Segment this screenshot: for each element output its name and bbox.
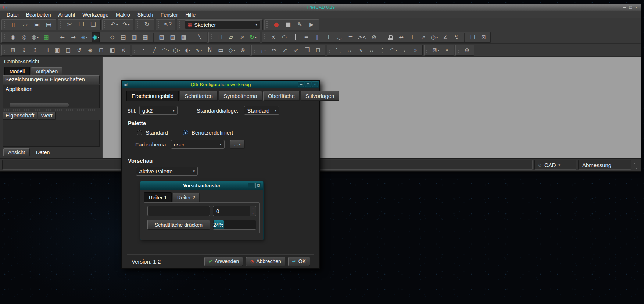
- fillet-icon[interactable]: ╭ ▾: [259, 46, 267, 55]
- tree-item-applikation[interactable]: Applikation: [3, 85, 99, 93]
- constraint-horizontal-distance-icon[interactable]: ↔ ▾: [397, 33, 405, 42]
- print-icon[interactable]: ▤ ▾: [44, 20, 53, 29]
- fit-all-icon[interactable]: ◉ ▾: [9, 33, 17, 42]
- create-conic-icon[interactable]: ◖ ▾: [184, 46, 192, 55]
- menu-makro[interactable]: Makro: [112, 11, 133, 18]
- constraint-symmetric-icon[interactable]: >< ▾: [358, 33, 367, 42]
- save-icon[interactable]: ▣ ▾: [33, 20, 41, 29]
- column-wert[interactable]: Wert: [38, 112, 55, 120]
- virtual-space-icon[interactable]: ⊠ ▾: [432, 46, 440, 55]
- preview-maximize-button[interactable]: ◻: [255, 183, 261, 188]
- reorient-sketch-icon[interactable]: ↺ ▾: [75, 46, 83, 55]
- constraint-angle-icon[interactable]: ∠ ▾: [441, 33, 449, 42]
- style-select[interactable]: gtk2 ▾: [139, 106, 178, 115]
- draw-style-icon[interactable]: ◍ ▾: [31, 33, 39, 42]
- tab-symbolthema[interactable]: Symbolthema: [219, 91, 262, 101]
- make-link-icon[interactable]: ⇗ ▾: [238, 33, 246, 42]
- bspline-knot-multiplicity-icon[interactable]: ∷ ▾: [368, 46, 375, 55]
- undo-icon[interactable]: ↶ ▾: [110, 20, 118, 29]
- macro-play-icon[interactable]: ▶ ▾: [307, 20, 316, 29]
- new-document-icon[interactable]: ▯ ▾: [9, 20, 18, 29]
- constraint-parallel-icon[interactable]: ∥ ▾: [314, 33, 321, 42]
- right-view-icon[interactable]: ▦ ▾: [142, 33, 149, 42]
- menu-hilfe[interactable]: Hilfe: [182, 11, 199, 18]
- preview-spinbox[interactable]: 0 ▴ ▾: [213, 206, 256, 216]
- menu-datei[interactable]: Datei: [3, 11, 22, 18]
- constraint-point-on-object-icon[interactable]: ◠ ▾: [280, 33, 288, 42]
- tab-reiter-1[interactable]: Reiter 1: [144, 192, 172, 202]
- tab-reiter-2[interactable]: Reiter 2: [173, 193, 200, 202]
- bspline-insert-knot-icon[interactable]: ∶ ▾: [401, 46, 408, 55]
- create-line-icon[interactable]: ╱ ▾: [151, 46, 158, 55]
- constraint-equal-icon[interactable]: = ▾: [347, 33, 354, 42]
- create-bspline-icon[interactable]: ∿ ▾: [195, 46, 203, 55]
- menu-sketch[interactable]: Sketch: [134, 11, 157, 18]
- navigation-style-selector[interactable]: ⊙ CAD ▾: [534, 160, 576, 170]
- colorscheme-select[interactable]: user ▾: [171, 140, 225, 149]
- sketcher-tools-icon[interactable]: ⊛ ▾: [463, 46, 471, 55]
- spin-up-icon[interactable]: ▴: [250, 206, 256, 211]
- toolbar-overflow-icon[interactable]: » ▾: [412, 46, 419, 55]
- palette-standard-radio[interactable]: [137, 130, 142, 135]
- measure-distance-icon[interactable]: ╲ ▾: [192, 33, 204, 42]
- bspline-control-weight-icon[interactable]: ⋮ ▾: [379, 46, 386, 55]
- bspline-curvature-comb-icon[interactable]: ∿ ▾: [357, 46, 364, 55]
- copy-icon[interactable]: ❐ ▾: [77, 20, 86, 29]
- macro-stop-icon[interactable]: ■ ▾: [284, 20, 292, 29]
- macro-edit-icon[interactable]: ✎ ▾: [296, 20, 304, 29]
- window-minimize-button[interactable]: ─: [623, 6, 626, 10]
- front-view-icon[interactable]: ▤ ▾: [119, 33, 127, 42]
- create-polyline-icon[interactable]: N ▾: [206, 46, 214, 55]
- tab-schriftarten[interactable]: Schriftarten: [180, 91, 218, 101]
- dialog-minimize-button[interactable]: ─: [298, 81, 304, 87]
- toggle-active-constraint-icon[interactable]: ⊠ ▾: [480, 33, 487, 42]
- palette-standard-label[interactable]: Standard: [146, 130, 168, 136]
- tab-oberflaeche[interactable]: Oberfläche: [263, 91, 300, 101]
- dialog-title-bar[interactable]: ▣ Qt5-Konfigurationswerkzeug ─□×: [122, 81, 319, 88]
- menu-bearbeiten[interactable]: Bearbeiten: [23, 11, 54, 18]
- edit-sketch-icon[interactable]: ❏ ▾: [42, 46, 50, 55]
- mirror-sketch-icon[interactable]: ◧ ▾: [108, 46, 116, 55]
- create-rectangle-icon[interactable]: ▭ ▾: [217, 46, 225, 55]
- create-circle-icon[interactable]: ○ ▾: [173, 46, 180, 55]
- refresh-icon[interactable]: ↻ ▾: [143, 20, 151, 29]
- view-sketch-icon[interactable]: ▣ ▾: [53, 46, 61, 55]
- palette-custom-radio[interactable]: [183, 130, 188, 135]
- constraint-radius-icon[interactable]: ◷ ▾: [430, 33, 438, 42]
- cancel-button[interactable]: ⊘ Abbrechen: [246, 257, 285, 266]
- macro-record-icon[interactable]: ● ▾: [272, 20, 280, 29]
- tree-horizontal-scrollbar[interactable]: [4, 103, 98, 107]
- preview-text-input[interactable]: [147, 206, 210, 216]
- tab-aufgaben[interactable]: Aufgaben: [31, 67, 62, 75]
- top-view-icon[interactable]: ▥ ▾: [130, 33, 138, 42]
- create-polygon-icon[interactable]: ◇ ▾: [228, 46, 236, 55]
- create-arc-icon[interactable]: ◠ ▾: [162, 46, 169, 55]
- menu-ansicht[interactable]: Ansicht: [55, 11, 78, 18]
- constraint-lock-icon[interactable]: ▾: [382, 33, 394, 42]
- carbon-copy-icon[interactable]: ❐ ▾: [303, 46, 311, 55]
- constraint-vertical-icon[interactable]: ┃ ▾: [291, 33, 299, 42]
- tab-erscheinungsbild[interactable]: Erscheinungsbild: [126, 91, 179, 101]
- ok-button[interactable]: ↵ OK: [288, 257, 310, 266]
- scrollbar-thumb[interactable]: [10, 103, 69, 107]
- window-resize-grip[interactable]: [634, 161, 639, 169]
- bspline-control-polygon-icon[interactable]: ∴ ▾: [346, 46, 353, 55]
- box-selection-icon[interactable]: ▦ ▾: [42, 33, 50, 42]
- toolbar-overflow-icon[interactable]: » ▾: [443, 46, 451, 55]
- validate-sketch-icon[interactable]: ◈ ▾: [86, 46, 94, 55]
- create-sketch-icon[interactable]: ⊞ ▾: [9, 46, 17, 55]
- window-close-button[interactable]: ×: [635, 6, 637, 10]
- constraint-vertical-distance-icon[interactable]: I ▾: [408, 33, 416, 42]
- merge-sketches-icon[interactable]: ⊟ ▾: [97, 46, 105, 55]
- workbench-selector[interactable]: ▦ Sketcher ▾: [185, 20, 260, 29]
- create-group-icon[interactable]: ▱ ▾: [227, 33, 235, 42]
- create-point-icon[interactable]: • ▾: [140, 46, 147, 55]
- spin-down-icon[interactable]: ▾: [250, 211, 256, 216]
- constraint-tangent-icon[interactable]: ◡ ▾: [336, 33, 343, 42]
- create-part-icon[interactable]: ❒ ▾: [216, 33, 224, 42]
- preview-minimize-button[interactable]: ─: [248, 183, 254, 188]
- dialog-close-button[interactable]: ×: [312, 81, 318, 87]
- create-slot-icon[interactable]: ⊚ ▾: [239, 46, 247, 55]
- leave-sketch-icon[interactable]: ↧ ▾: [20, 46, 28, 55]
- constraint-horizontal-icon[interactable]: ━ ▾: [303, 33, 310, 42]
